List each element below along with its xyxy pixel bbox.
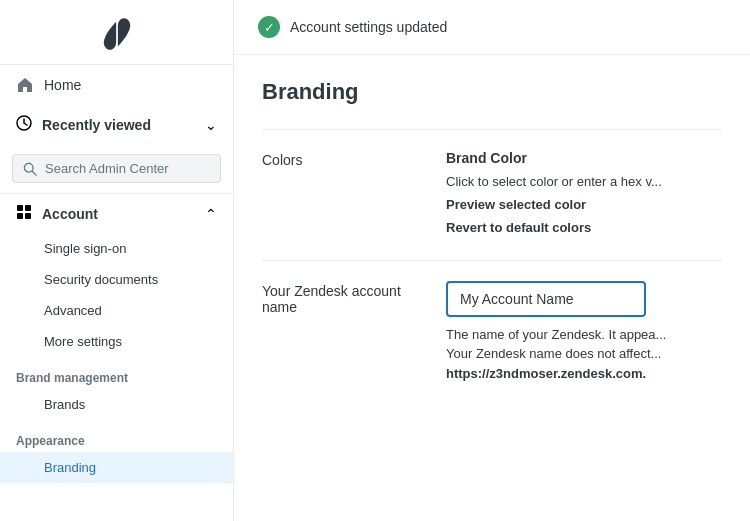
- search-wrap: [12, 154, 221, 183]
- success-message: Account settings updated: [290, 19, 447, 35]
- chevron-down-icon: ⌄: [205, 117, 217, 133]
- account-sub-items: Single sign-on Security documents Advanc…: [0, 233, 233, 357]
- preview-color-action[interactable]: Preview selected color: [446, 193, 722, 216]
- brand-color-title: Brand Color: [446, 150, 722, 166]
- zendesk-logo-icon: [95, 18, 139, 50]
- brand-management-sub-items: Brands: [0, 389, 233, 420]
- search-container: [0, 144, 233, 194]
- sidebar: Home Recently viewed ⌄: [0, 0, 234, 521]
- search-input[interactable]: [45, 161, 210, 176]
- sidebar-item-account[interactable]: Account ⌃: [0, 194, 233, 233]
- colors-label: Colors: [262, 150, 422, 240]
- home-label: Home: [44, 77, 217, 93]
- svg-rect-5: [17, 213, 23, 219]
- account-label: Account: [42, 206, 195, 222]
- brand-management-group-label: Brand management: [0, 357, 233, 389]
- sidebar-item-recently-viewed[interactable]: Recently viewed ⌄: [0, 105, 233, 144]
- revert-colors-action[interactable]: Revert to default colors: [446, 216, 722, 239]
- page-title: Branding: [262, 79, 722, 105]
- account-name-hint-line1: The name of your Zendesk. It appea...: [446, 327, 666, 342]
- home-icon: [16, 76, 34, 94]
- appearance-group-label: Appearance: [0, 420, 233, 452]
- appearance-sub-items: Branding: [0, 452, 233, 483]
- account-name-hint: The name of your Zendesk. It appea... Yo…: [446, 325, 722, 384]
- clock-icon: [16, 115, 32, 134]
- content-area: Branding Colors Brand Color Click to sel…: [234, 55, 750, 427]
- sidebar-item-security-documents[interactable]: Security documents: [0, 264, 233, 295]
- success-banner: ✓ Account settings updated: [234, 0, 750, 55]
- sidebar-item-advanced[interactable]: Advanced: [0, 295, 233, 326]
- success-icon: ✓: [258, 16, 280, 38]
- sidebar-item-home[interactable]: Home: [0, 65, 233, 105]
- sidebar-item-more-settings[interactable]: More settings: [0, 326, 233, 357]
- search-icon: [23, 162, 37, 176]
- sidebar-item-brands[interactable]: Brands: [0, 389, 233, 420]
- account-icon: [16, 204, 32, 223]
- recently-viewed-label: Recently viewed: [42, 117, 195, 133]
- account-name-label: Your Zendesk account name: [262, 281, 422, 384]
- account-name-settings-row: Your Zendesk account name The name of yo…: [262, 260, 722, 404]
- brand-color-hint: Click to select color or enter a hex v..…: [446, 174, 722, 189]
- chevron-up-icon: ⌃: [205, 206, 217, 222]
- account-name-hint-url: https://z3ndmoser.zendesk.com.: [446, 366, 646, 381]
- account-name-hint-line2: Your Zendesk name does not affect...: [446, 346, 661, 361]
- account-name-value: The name of your Zendesk. It appea... Yo…: [446, 281, 722, 384]
- svg-rect-6: [25, 213, 31, 219]
- main-content: ✓ Account settings updated Branding Colo…: [234, 0, 750, 521]
- svg-rect-3: [17, 205, 23, 211]
- colors-settings-row: Colors Brand Color Click to select color…: [262, 129, 722, 260]
- colors-value: Brand Color Click to select color or ent…: [446, 150, 722, 240]
- svg-rect-4: [25, 205, 31, 211]
- sidebar-item-branding[interactable]: Branding: [0, 452, 233, 483]
- account-name-input[interactable]: [446, 281, 646, 317]
- logo-container: [0, 0, 233, 65]
- svg-line-2: [32, 171, 36, 175]
- sidebar-item-single-sign-on[interactable]: Single sign-on: [0, 233, 233, 264]
